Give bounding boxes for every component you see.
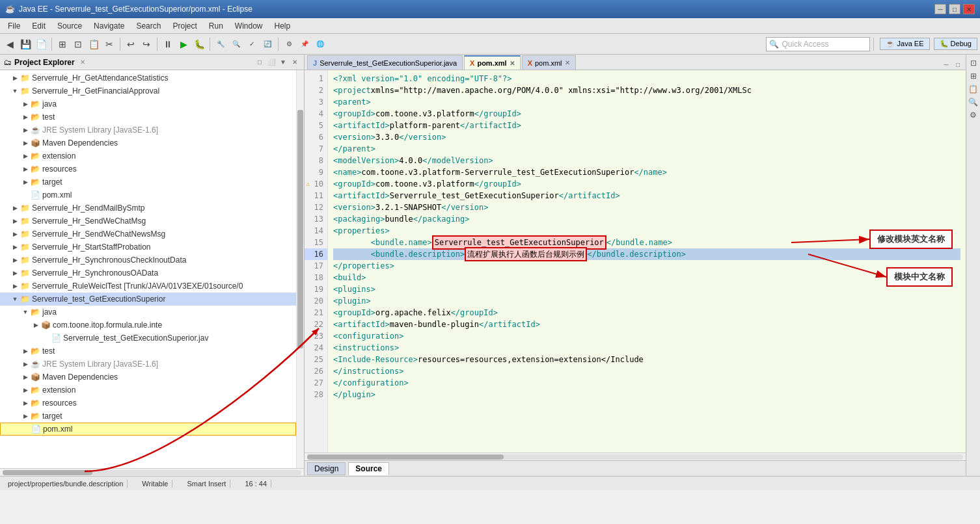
code-editor[interactable]: <?xml version="1.0" encoding="UTF-8"?><p… [328, 70, 966, 452]
toolbar-undo-button[interactable]: ↩ [124, 37, 138, 51]
toolbar-ext3-btn[interactable]: 🌐 [313, 37, 327, 51]
tree-item[interactable]: ▶📦com.toone.itop.formula.rule.inte [0, 319, 296, 332]
code-line[interactable]: <Include-Resource>resources=resources,ex… [333, 354, 960, 365]
tree-item[interactable]: ▶📁Serverrule_Hr_StartStaffProbation [0, 241, 296, 254]
code-line[interactable]: <artifactId>Serverrule_test_GetExecution… [333, 190, 960, 202]
code-line[interactable]: <groupId>com.toone.v3.platform</groupId> [333, 178, 960, 190]
code-line[interactable]: <groupId>org.apache.felix</groupId> [333, 307, 960, 319]
tree-item[interactable]: ▶📁Serverrule_Hr_SendWeChatMsg [0, 215, 296, 228]
perspective-javaee-button[interactable]: ☕ Java EE [880, 38, 929, 50]
code-line[interactable]: </properties> [333, 260, 960, 272]
code-line[interactable]: <parent> [333, 96, 960, 108]
tree-item[interactable]: ▶📂test [0, 345, 296, 358]
minimize-button[interactable]: ─ [934, 4, 946, 14]
editor-h-scrollbar[interactable] [305, 452, 966, 460]
toolbar-play-button[interactable]: ▶ [176, 37, 191, 51]
code-line[interactable]: <name>com.toone.v3.platform-Serverrule_t… [333, 166, 960, 178]
tree-item[interactable]: ▶📂extension [0, 384, 296, 397]
maximize-button[interactable]: □ [949, 4, 960, 14]
tab-close-active-button[interactable]: ✕ [510, 60, 515, 67]
code-line[interactable]: <bundle.name>Serverrule_test_GetExecutio… [333, 237, 960, 248]
editor-tab-java[interactable]: J Serverrule_test_GetExecutionSuperior.j… [307, 55, 463, 70]
mini-btn-1[interactable]: ⊡ [968, 57, 979, 69]
tree-item[interactable]: ▶📦Maven Dependencies [0, 137, 296, 150]
code-line[interactable]: <groupId>com.toone.v3.platform</groupId> [333, 108, 960, 120]
menu-project[interactable]: Project [167, 20, 202, 32]
tree-item[interactable]: 📄Serverrule_test_GetExecutionSuperior.ja… [0, 332, 296, 345]
maximize-panel-button[interactable]: ⬜ [266, 57, 277, 68]
perspective-debug-button[interactable]: 🐛 Debug [934, 38, 977, 50]
tree-item[interactable]: 📄pom.xml [0, 423, 296, 436]
code-line[interactable]: <artifactId>platform-parent</artifactId> [333, 120, 960, 131]
tree-item[interactable]: ▶📁Serverrule_Hr_SendWeChatNewsMsg [0, 228, 296, 241]
toolbar-test-btn[interactable]: 🔍 [229, 37, 243, 51]
code-line[interactable]: <?xml version="1.0" encoding="UTF-8"?> [333, 73, 960, 85]
mini-btn-5[interactable]: ⚙ [968, 109, 979, 121]
vertical-scrollbar[interactable] [296, 70, 304, 468]
tree-item[interactable]: ▼📁Serverrule_test_GetExecutionSuperior [0, 293, 296, 306]
code-line[interactable]: <plugins> [333, 283, 960, 295]
project-tree[interactable]: ▶📁Serverrule_Hr_GetAttendanceStatistics▼… [0, 70, 296, 468]
tree-item[interactable]: ▼📂java [0, 306, 296, 319]
mini-btn-2[interactable]: ⊞ [968, 70, 979, 82]
menu-source[interactable]: Source [52, 20, 87, 32]
tab-close-2-button[interactable]: ✕ [565, 59, 570, 66]
tree-item[interactable]: ▶📂java [0, 98, 296, 111]
code-line[interactable]: </plugin> [333, 389, 960, 400]
toolbar-extra-btn[interactable]: ⚙ [282, 37, 296, 51]
tree-item[interactable]: ▶📂resources [0, 163, 296, 176]
code-line[interactable]: <configuration> [333, 330, 960, 342]
toolbar-btn-1[interactable]: ⊞ [55, 37, 70, 51]
code-line[interactable]: <version>3.3.0</version> [333, 131, 960, 143]
source-tab[interactable]: Source [348, 462, 389, 475]
code-line[interactable]: <bundle.description>流程扩展执行人函数后台规则示例</bun… [333, 248, 960, 260]
code-line[interactable]: <modelVersion>4.0.0</modelVersion> [333, 155, 960, 166]
editor-min-button[interactable]: ─ [941, 59, 951, 70]
tree-item[interactable]: ▶📁Serverrule_Hr_SendMailBySmtp [0, 202, 296, 215]
tree-item[interactable]: ▶☕JRE System Library [JavaSE-1.6] [0, 358, 296, 371]
close-button[interactable]: ✕ [963, 4, 975, 14]
code-line[interactable]: <properties> [333, 225, 960, 237]
tree-item[interactable]: ▶📂target [0, 176, 296, 189]
toolbar-check-btn[interactable]: ✓ [245, 37, 259, 51]
toolbar-debug-button[interactable]: 🐛 [192, 37, 206, 51]
tree-item[interactable]: ▶📂target [0, 410, 296, 423]
tree-item[interactable]: ▶📁Serverrule_Hr_SynchronousOAData [0, 267, 296, 280]
menu-search[interactable]: Search [131, 20, 166, 32]
menu-edit[interactable]: Edit [27, 20, 51, 32]
tree-item[interactable]: ▶📦Maven Dependencies [0, 371, 296, 384]
menu-help[interactable]: Help [269, 20, 296, 32]
code-line[interactable]: <version>3.2.1-SNAPSHOT</version> [333, 202, 960, 213]
tree-item[interactable]: ▼📁Serverrule_Hr_GetFinancialApproval [0, 85, 296, 98]
code-line[interactable]: <build> [333, 272, 960, 283]
toolbar-back-button[interactable]: ◀ [3, 37, 17, 51]
toolbar-btn-4[interactable]: ✂ [102, 37, 116, 51]
design-tab[interactable]: Design [307, 462, 346, 475]
mini-btn-3[interactable]: 📋 [968, 83, 979, 95]
tree-item[interactable]: ▶📁Serverrule_RuleWeiclTest [Trunk/JAVA/0… [0, 280, 296, 293]
code-line[interactable]: <instructions> [333, 342, 960, 354]
tree-item[interactable]: ▶📂resources [0, 397, 296, 410]
panel-menu-button[interactable]: ▼ [278, 57, 288, 68]
code-line[interactable]: <packaging>bundle</packaging> [333, 213, 960, 225]
menu-window[interactable]: Window [230, 20, 268, 32]
editor-tab-pomxml2[interactable]: X pom.xml ✕ [522, 55, 576, 70]
tree-item[interactable]: ▶📁Serverrule_Hr_GetAttendanceStatistics [0, 72, 296, 85]
menu-run[interactable]: Run [204, 20, 228, 32]
toolbar-run-btn[interactable]: 🔧 [213, 37, 228, 51]
close-panel-button[interactable]: ✕ [290, 57, 300, 68]
menu-navigate[interactable]: Navigate [88, 20, 129, 32]
tree-item[interactable]: ▶📂test [0, 111, 296, 124]
code-line[interactable]: <project xmlns="http://maven.apache.org/… [333, 85, 960, 96]
minimize-panel-button[interactable]: □ [254, 57, 265, 68]
editor-tab-pomxml-active[interactable]: X pom.xml ✕ [464, 55, 521, 70]
horizontal-scrollbar[interactable] [0, 468, 304, 476]
quick-access-input[interactable]: 🔍 Quick Access [766, 37, 870, 51]
toolbar-btn-3[interactable]: 📋 [87, 37, 101, 51]
menu-file[interactable]: File [3, 20, 25, 32]
tree-item[interactable]: ▶📁Serverrule_Hr_SynchronousCheckInoutDat… [0, 254, 296, 267]
editor-max-button[interactable]: □ [953, 59, 963, 70]
mini-btn-4[interactable]: 🔍 [968, 96, 979, 108]
toolbar-sync-btn[interactable]: 🔄 [260, 37, 275, 51]
code-line[interactable]: </configuration> [333, 377, 960, 389]
